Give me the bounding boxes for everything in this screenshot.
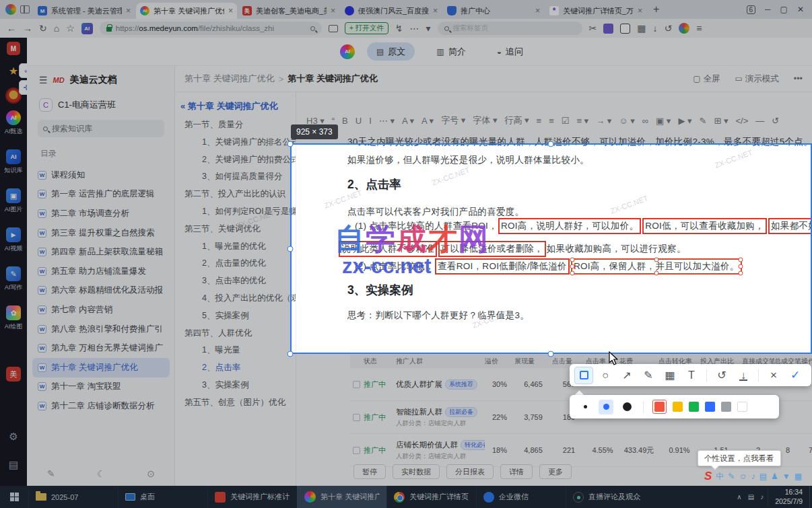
handwriting-icon[interactable]: ✎ <box>728 472 735 481</box>
stroke-size-large[interactable] <box>619 400 634 414</box>
tool-pen[interactable]: ✎ <box>639 367 658 384</box>
selection-handle[interactable] <box>548 351 554 357</box>
sogou-logo-icon[interactable]: S <box>704 470 712 483</box>
settings-tooltip: 个性设置，点我看看 <box>698 450 781 466</box>
input-method-bar: S中✎☺♪▤♟▼▦ <box>704 469 802 484</box>
color-white[interactable] <box>737 402 747 412</box>
tool-arrow[interactable]: ↗ <box>617 367 636 384</box>
stroke-dot <box>623 402 632 411</box>
stroke-dot <box>603 404 609 410</box>
color-red[interactable] <box>654 402 665 412</box>
toolbar-divider <box>758 369 759 382</box>
selection-handle[interactable] <box>287 351 294 357</box>
stroke-size-medium[interactable] <box>599 400 613 414</box>
input-mode-icon[interactable]: 中 <box>716 471 724 482</box>
tool-rectangle[interactable] <box>574 367 593 384</box>
tool-confirm[interactable]: ✓ <box>786 367 805 384</box>
account-icon[interactable]: ♟ <box>771 472 778 481</box>
screenshot-selection[interactable] <box>290 143 812 354</box>
stroke-dot <box>584 405 587 408</box>
dim-overlay-top <box>0 0 812 143</box>
tool-undo[interactable]: ↺ <box>712 367 731 384</box>
selection-handle[interactable] <box>287 246 294 252</box>
annotation-toolbar: ○↗✎▦T↺↓×✓ <box>570 364 811 386</box>
selection-handle[interactable] <box>287 141 294 147</box>
toolbar-divider <box>706 369 707 382</box>
color-green[interactable] <box>689 402 699 412</box>
color-yellow[interactable] <box>673 402 683 412</box>
color-selected-wrap <box>652 400 667 414</box>
tool-ellipse[interactable]: ○ <box>596 367 615 384</box>
selection-size-label: 925 × 373 <box>291 124 338 139</box>
rectangle-glyph <box>580 371 588 379</box>
voice-input-icon[interactable]: ♪ <box>751 472 755 481</box>
color-gray[interactable] <box>721 402 731 412</box>
tool-mosaic[interactable]: ▦ <box>661 367 679 384</box>
tool-cancel[interactable]: × <box>764 367 783 384</box>
color-blue[interactable] <box>705 402 715 412</box>
tool-save[interactable]: ↓ <box>734 367 753 384</box>
dim-overlay-left <box>0 143 290 354</box>
stroke-size-small[interactable] <box>578 400 593 414</box>
soft-keyboard-icon[interactable]: ▤ <box>759 472 767 481</box>
palette-divider <box>643 401 644 413</box>
emoji-icon[interactable]: ☺ <box>739 472 747 481</box>
annotation-palette <box>570 395 779 419</box>
tool-text[interactable]: T <box>682 367 701 384</box>
selection-handle[interactable] <box>548 141 554 147</box>
toolbox-icon[interactable]: ▦ <box>794 472 802 481</box>
mouse-cursor <box>609 351 619 366</box>
skin-icon[interactable]: ▼ <box>782 472 790 481</box>
